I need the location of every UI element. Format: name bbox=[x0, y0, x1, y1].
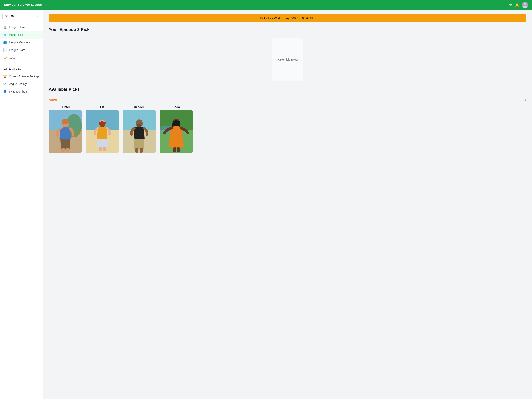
cast-card-hunter[interactable]: Hunter bbox=[49, 105, 82, 153]
user-avatar[interactable] bbox=[522, 2, 528, 8]
svg-rect-27 bbox=[177, 148, 180, 152]
sidebar-divider bbox=[0, 63, 43, 63]
main-content: Picks lock Wednesday, 06/26 at 08:00 PM … bbox=[43, 10, 532, 399]
sidebar-label-league-settings: League Settings bbox=[8, 82, 27, 85]
tribe-nami-name: Nami bbox=[49, 98, 57, 102]
svg-point-21 bbox=[137, 124, 142, 127]
bell-icon[interactable]: 🔔 bbox=[515, 3, 519, 7]
gear-icon: ⚙ bbox=[3, 82, 6, 86]
cast-name-randen: Randen bbox=[134, 105, 145, 109]
sidebar-item-current-episode-settings[interactable]: 🏆 Current Episode Settings bbox=[0, 72, 43, 80]
svg-rect-9 bbox=[66, 148, 69, 152]
season-select[interactable]: SSL 46 SSL 45 SSL 44 bbox=[2, 13, 40, 19]
available-picks-divider bbox=[49, 94, 526, 94]
cast-card-liz[interactable]: Liz bbox=[86, 105, 119, 153]
sidebar-label-current-episode-settings: Current Episode Settings bbox=[9, 75, 39, 78]
sidebar-item-league-stats[interactable]: 📊 League Stats bbox=[0, 46, 43, 54]
admin-section-title: Administration bbox=[0, 65, 43, 72]
tribe-nami-header[interactable]: Nami ∧ bbox=[49, 98, 526, 102]
svg-point-7 bbox=[62, 119, 69, 124]
cast-name-hunter: Hunter bbox=[61, 105, 70, 109]
sidebar-label-league-members: League Members bbox=[9, 41, 30, 44]
invite-icon: 👤 bbox=[3, 90, 7, 93]
svg-rect-14 bbox=[99, 147, 102, 151]
droplet-icon: 💧 bbox=[3, 33, 7, 37]
sidebar-item-league-members[interactable]: 👥 League Members bbox=[0, 39, 43, 46]
episode-pick-title: Your Episode 2 Pick bbox=[49, 27, 526, 32]
members-icon: 👥 bbox=[3, 40, 7, 44]
sidebar-label-league-home: League Home bbox=[9, 26, 26, 29]
sidebar-item-league-settings[interactable]: ⚙ League Settings bbox=[0, 80, 43, 88]
cast-photo-soda bbox=[160, 110, 193, 153]
svg-point-1 bbox=[524, 3, 526, 5]
cast-name-soda: Soda bbox=[173, 105, 180, 109]
cast-photo-randen bbox=[123, 110, 156, 153]
lock-banner-text: Picks lock Wednesday, 06/26 at 08:00 PM bbox=[260, 16, 315, 20]
svg-rect-15 bbox=[103, 147, 106, 151]
app-title: Survivor Survivor League bbox=[4, 3, 42, 7]
sidebar: SSL 46 SSL 45 SSL 44 🏠 League Home 💧 Mak… bbox=[0, 10, 43, 399]
cast-name-liz: Liz bbox=[100, 105, 104, 109]
layout: SSL 46 SSL 45 SSL 44 🏠 League Home 💧 Mak… bbox=[0, 10, 532, 399]
cast-grid-nami: Hunter bbox=[49, 105, 526, 153]
trophy-icon: 🏆 bbox=[3, 74, 7, 78]
cast-photo-liz bbox=[86, 110, 119, 153]
sidebar-item-league-home[interactable]: 🏠 League Home bbox=[0, 23, 43, 31]
svg-rect-13 bbox=[99, 122, 106, 123]
settings-icon[interactable]: ⚙ bbox=[509, 3, 512, 7]
available-picks-title: Available Picks bbox=[49, 87, 526, 92]
pick-placeholder[interactable]: Make Pick Below bbox=[272, 38, 303, 81]
cast-photo-hunter bbox=[49, 110, 82, 153]
sidebar-item-invite-members[interactable]: 👤 Invite Members bbox=[0, 88, 43, 95]
stats-icon: 📊 bbox=[3, 48, 7, 52]
sidebar-item-cast[interactable]: 🔱 Cast bbox=[0, 54, 43, 61]
season-selector[interactable]: SSL 46 SSL 45 SSL 44 bbox=[2, 13, 40, 19]
svg-rect-19 bbox=[135, 148, 139, 153]
pick-placeholder-text: Make Pick Below bbox=[277, 58, 298, 61]
svg-rect-8 bbox=[61, 148, 65, 152]
cast-icon: 🔱 bbox=[3, 56, 7, 59]
lock-banner: Picks lock Wednesday, 06/26 at 08:00 PM bbox=[49, 14, 526, 22]
svg-rect-20 bbox=[140, 148, 143, 153]
svg-rect-26 bbox=[173, 148, 176, 152]
cast-card-randen[interactable]: Randen bbox=[123, 105, 156, 153]
tribe-nami-chevron[interactable]: ∧ bbox=[524, 99, 526, 102]
sidebar-label-make-picks: Make Picks bbox=[9, 33, 23, 36]
cast-card-soda[interactable]: Soda bbox=[160, 105, 193, 153]
header-icons: ⚙ 🔔 bbox=[509, 2, 528, 8]
sidebar-label-invite-members: Invite Members bbox=[9, 90, 28, 93]
home-icon: 🏠 bbox=[3, 25, 7, 29]
app-header: Survivor Survivor League ⚙ 🔔 bbox=[0, 0, 532, 10]
sidebar-item-make-picks[interactable]: 💧 Make Picks bbox=[0, 31, 43, 39]
sidebar-label-league-stats: League Stats bbox=[9, 49, 25, 52]
sidebar-label-cast: Cast bbox=[9, 56, 15, 59]
